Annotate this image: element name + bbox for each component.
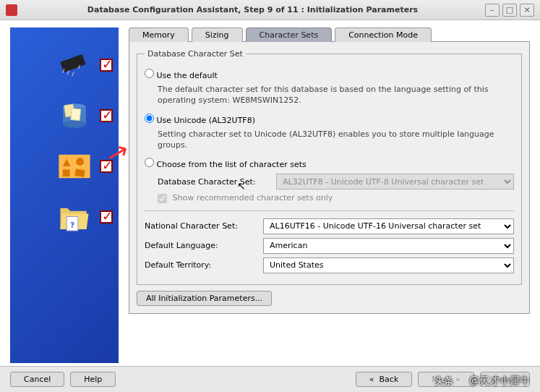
terr-label: Default Territory: <box>145 260 256 270</box>
close-button[interactable]: × <box>520 4 534 17</box>
tabs: Memory Sizing Character Sets Connection … <box>129 27 530 42</box>
chip-icon <box>55 49 94 81</box>
help-button[interactable]: Help <box>70 372 116 387</box>
radio-use-default[interactable] <box>145 69 154 78</box>
tab-memory[interactable]: Memory <box>129 27 189 42</box>
showrec-checkbox <box>158 194 167 203</box>
svg-rect-13 <box>63 169 70 176</box>
all-init-params-button[interactable]: All Initialization Parameters... <box>137 291 272 306</box>
svg-point-12 <box>76 158 84 166</box>
fieldset-legend: Database Character Set <box>145 49 246 59</box>
svg-line-2 <box>67 71 69 74</box>
check-icon <box>100 210 113 223</box>
wizard-sidebar: ? <box>10 27 119 363</box>
divider <box>145 210 514 211</box>
lang-label: Default Language: <box>145 241 256 250</box>
step-4: ? <box>16 201 113 233</box>
ncs-select[interactable]: AL16UTF16 - Unicode UTF-16 Universal cha… <box>263 218 514 234</box>
label-use-default: Use the default <box>157 71 218 80</box>
folder-question-icon: ? <box>55 201 94 233</box>
label-use-unicode: Use Unicode (AL32UTF8) <box>157 116 255 125</box>
check-icon <box>100 109 113 122</box>
main-panel: Memory Sizing Character Sets Connection … <box>129 27 530 363</box>
tab-sizing[interactable]: Sizing <box>192 27 243 42</box>
step-2 <box>16 100 113 132</box>
check-icon <box>100 160 113 173</box>
dbcs-label: Database Character Set: <box>158 177 269 187</box>
desc-use-default: The default character set for this datab… <box>158 85 514 106</box>
tab-panel: Database Character Set Use the default T… <box>129 41 530 314</box>
shapes-icon <box>55 150 94 182</box>
database-icon <box>55 100 94 132</box>
titlebar: Database Configuration Assistant, Step 9… <box>0 0 540 20</box>
svg-line-3 <box>72 72 74 76</box>
watermark-author: @天才小犀牛 <box>469 375 530 388</box>
cancel-button[interactable]: Cancel <box>10 372 64 387</box>
tab-connection-mode[interactable]: Connection Mode <box>335 27 432 42</box>
ncs-label: National Character Set: <box>145 221 256 231</box>
minimize-button[interactable]: – <box>485 4 500 17</box>
terr-select[interactable]: United States <box>263 257 514 273</box>
lang-select[interactable]: American <box>263 238 514 254</box>
app-icon <box>6 4 17 16</box>
label-choose-list: Choose from the list of character sets <box>157 160 307 169</box>
charset-fieldset: Database Character Set Use the default T… <box>137 49 522 285</box>
footer: Cancel Help « Back Next » Finish <box>0 366 540 392</box>
step-1 <box>16 49 113 81</box>
radio-use-unicode[interactable] <box>145 114 154 123</box>
svg-text:?: ? <box>70 221 74 230</box>
showrec-label: Show recommended character sets only <box>173 193 333 203</box>
tab-character-sets[interactable]: Character Sets <box>246 27 333 42</box>
step-3 <box>16 150 113 182</box>
maximize-button[interactable]: □ <box>502 4 517 17</box>
back-button[interactable]: « Back <box>356 372 412 387</box>
window-title: Database Configuration Assistant, Step 9… <box>23 5 482 14</box>
svg-point-7 <box>63 120 86 128</box>
svg-rect-9 <box>71 108 81 121</box>
watermark-source: 头条 <box>434 375 453 388</box>
dbcs-select: AL32UTF8 - Unicode UTF-8 Universal chara… <box>276 174 514 189</box>
option-use-unicode[interactable]: Use Unicode (AL32UTF8) <box>145 114 514 125</box>
radio-choose-list[interactable] <box>145 158 154 167</box>
desc-use-unicode: Setting character set to Unicode (AL32UT… <box>158 129 514 151</box>
check-icon <box>100 59 113 72</box>
option-use-default[interactable]: Use the default <box>145 69 514 80</box>
option-choose-list[interactable]: Choose from the list of character sets <box>145 158 514 169</box>
